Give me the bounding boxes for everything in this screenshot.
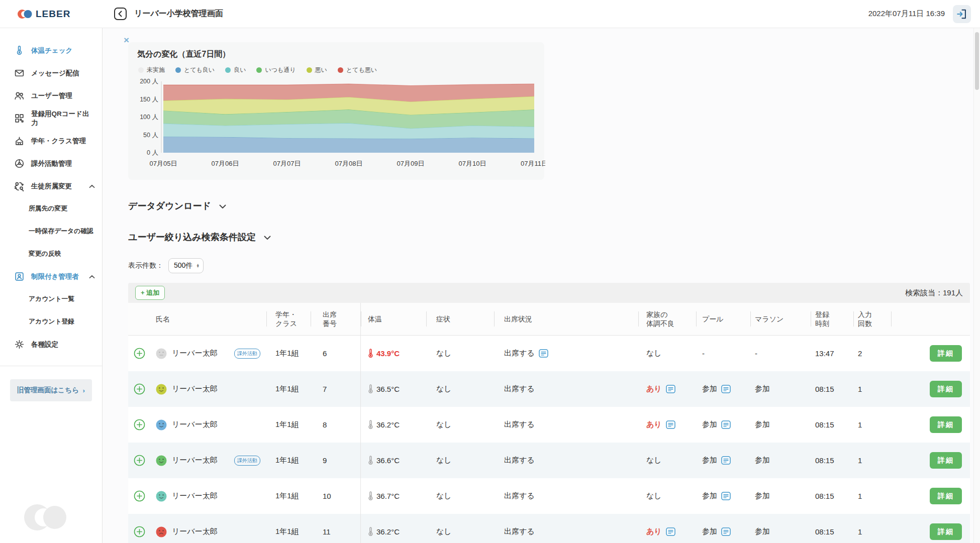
scrollbar-track[interactable]: [973, 28, 980, 543]
memo-icon[interactable]: [666, 527, 675, 536]
sidebar-subitem-6-1[interactable]: 一時保存データの確認: [0, 220, 102, 243]
add-button[interactable]: + 追加: [135, 286, 165, 300]
family-condition-value: なし: [646, 491, 662, 501]
sidebar-item-6[interactable]: 生徒所属変更: [0, 175, 102, 197]
sidebar-item-8[interactable]: 各種設定: [0, 333, 102, 356]
sidebar-item-label: 制限付き管理者: [31, 272, 79, 281]
input-count-cell: 1: [853, 514, 891, 543]
sidebar-item-3[interactable]: 登録用QRコード出力: [0, 107, 102, 130]
registered-time-cell: 08:15: [811, 478, 853, 514]
sidebar-item-label: メッセージ配信: [31, 69, 79, 78]
add-row-button[interactable]: [134, 455, 145, 466]
class-value: 1年1組: [275, 384, 299, 394]
legend-item: 悪い: [307, 66, 327, 74]
pool-value: -: [702, 349, 705, 358]
column-header: 入力 回数: [853, 303, 891, 335]
back-icon[interactable]: [114, 7, 127, 21]
attendance-cell: 出席する: [494, 407, 638, 443]
family-condition-value: なし: [646, 456, 662, 465]
sidebar-subitem-6-2[interactable]: 変更の反映: [0, 243, 102, 265]
header-detail-column: [891, 303, 970, 335]
svg-text:07月05日: 07月05日: [150, 160, 177, 167]
add-row-button[interactable]: [134, 419, 145, 430]
top-bar: LEBER リーバー小学校管理画面 2022年07月11日 16:39: [0, 0, 980, 28]
detail-button[interactable]: 詳細: [930, 416, 962, 433]
column-header: プール: [696, 303, 750, 335]
sidebar-item-label: 課外活動管理: [31, 159, 72, 168]
memo-icon[interactable]: [666, 420, 675, 429]
mood-avatar: [156, 491, 167, 502]
scrollbar-thumb[interactable]: [975, 32, 979, 90]
temperature-cell: 36.5°C: [361, 371, 426, 407]
legacy-admin-link[interactable]: 旧管理画面はこちら ›: [10, 379, 92, 401]
add-row-button[interactable]: [134, 383, 145, 395]
student-name: リーバー太郎: [172, 349, 218, 358]
sidebar-item-1[interactable]: メッセージ配信: [0, 62, 102, 84]
detail-button[interactable]: 詳細: [930, 345, 962, 362]
header-add-column: [128, 303, 151, 335]
add-row-button[interactable]: [134, 348, 145, 359]
attendance-number-cell: 7: [311, 371, 361, 407]
legend-dot-icon: [138, 67, 144, 73]
sidebar-item-label: 生徒所属変更: [31, 182, 72, 191]
memo-icon[interactable]: [721, 420, 731, 429]
memo-icon[interactable]: [721, 385, 731, 393]
attendance-cell: 出席する: [494, 336, 638, 371]
sidebar-subitem-6-0[interactable]: 所属先の変更: [0, 197, 102, 220]
sidebar-item-4[interactable]: 学年・クラス管理: [0, 130, 102, 152]
detail-button[interactable]: 詳細: [930, 523, 962, 540]
marathon-value: 参加: [755, 384, 770, 394]
attendance-number-cell: 8: [311, 407, 361, 443]
registered-time-cell: 08:15: [811, 407, 853, 443]
chevron-up-icon[interactable]: [89, 275, 95, 279]
display-count-select[interactable]: 500件 ▲▼: [168, 258, 204, 273]
memo-icon[interactable]: [666, 385, 675, 393]
sidebar-item-2[interactable]: ユーザー管理: [0, 84, 102, 107]
thermometer-icon: [368, 527, 373, 536]
memo-icon[interactable]: [721, 492, 731, 500]
legend-dot-icon: [307, 67, 312, 73]
pool-value: 参加: [702, 384, 717, 394]
memo-icon[interactable]: [539, 349, 548, 358]
sidebar-item-label: 学年・クラス管理: [31, 137, 86, 146]
family-condition-cell: なし: [638, 478, 696, 514]
mood-avatar: [156, 526, 167, 537]
filter-section-toggle[interactable]: ユーザー絞り込み検索条件設定: [128, 231, 970, 243]
app-logo: LEBER: [0, 8, 95, 20]
column-header: 出席状況: [494, 303, 638, 335]
sidebar-subitem-7-0[interactable]: アカウント一覧: [0, 288, 102, 310]
sidebar-subitem-7-1[interactable]: アカウント登録: [0, 310, 102, 333]
column-header: 氏名: [151, 303, 266, 335]
add-row-button[interactable]: [134, 490, 145, 502]
table-row: リーバー太郎1年1組836.2°Cなし出席するあり参加参加08:151詳細: [128, 407, 970, 443]
close-icon[interactable]: ×: [124, 35, 129, 45]
detail-button[interactable]: 詳細: [930, 488, 962, 504]
chevron-up-icon[interactable]: [89, 184, 95, 188]
add-row-button[interactable]: [134, 526, 145, 537]
detail-button[interactable]: 詳細: [930, 452, 962, 469]
name-cell: リーバー太郎: [151, 371, 266, 407]
sidebar-item-0[interactable]: 体温チェック: [0, 39, 102, 62]
row-add-cell: [128, 336, 151, 371]
legend-label: 悪い: [315, 66, 327, 74]
symptom-value: なし: [436, 384, 452, 394]
class-cell: 1年1組: [266, 407, 311, 443]
sidebar-item-5[interactable]: 課外活動管理: [0, 152, 102, 175]
memo-icon[interactable]: [721, 527, 731, 536]
logout-button[interactable]: [953, 5, 971, 23]
stepper-arrows-icon[interactable]: ▲▼: [196, 264, 200, 268]
leber-watermark-logo: [23, 502, 69, 535]
data-download-section-toggle[interactable]: データダウンロード: [128, 200, 970, 212]
pool-cell: -: [696, 336, 750, 371]
input-count-value: 2: [858, 349, 862, 358]
attendance-cell: 出席する: [494, 371, 638, 407]
memo-icon[interactable]: [721, 456, 731, 465]
attendance-cell: 出席する: [494, 514, 638, 543]
legend-item: とても良い: [175, 66, 215, 74]
svg-text:07月07日: 07月07日: [273, 160, 301, 167]
sidebar-item-7[interactable]: 制限付き管理者: [0, 265, 102, 288]
mood-avatar: [156, 384, 167, 395]
input-count-cell: 1: [853, 443, 891, 478]
pool-value: 参加: [702, 420, 717, 429]
detail-button[interactable]: 詳細: [930, 381, 962, 397]
